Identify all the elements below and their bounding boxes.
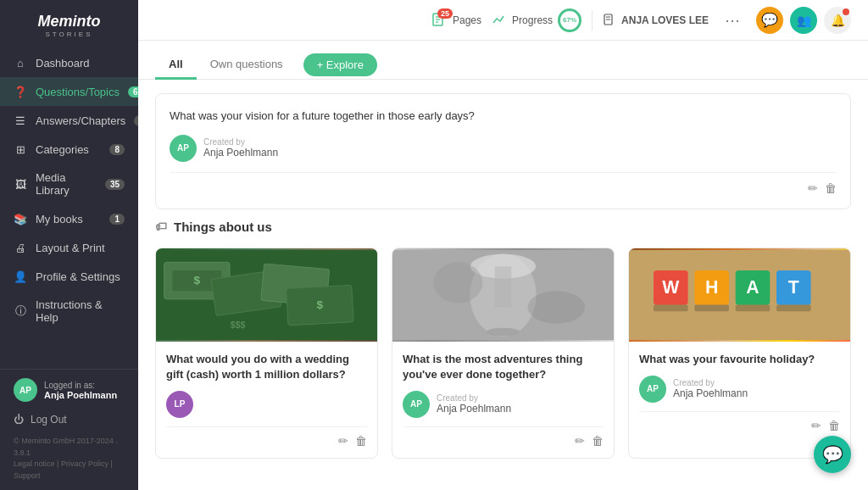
footer-copy: © Meminto GmbH 2017-2024 . 3.8.1 bbox=[14, 436, 125, 459]
tab-all[interactable]: All bbox=[155, 51, 197, 80]
answers-badge: 25/26 bbox=[134, 115, 138, 126]
image-icon: 🖼 bbox=[14, 177, 27, 191]
delete-button[interactable]: 🗑 bbox=[592, 434, 604, 448]
card-image bbox=[392, 248, 614, 342]
svg-rect-19 bbox=[495, 266, 511, 307]
partial-question-card: What was your vision for a future togeth… bbox=[155, 93, 851, 209]
chat-bubble-icon: 💬 bbox=[822, 444, 843, 465]
logo-text: Meminto bbox=[38, 14, 101, 29]
categories-badge: 8 bbox=[109, 144, 125, 155]
logo-sub: STORIES bbox=[38, 31, 101, 38]
creator-info: Created by Anja Poehlmann bbox=[673, 378, 748, 399]
sidebar-item-categories[interactable]: ⊞ Categories 8 bbox=[0, 135, 138, 164]
user-row: AP Logged in as: Anja Poehlmann bbox=[14, 378, 125, 402]
notification-button[interactable]: 🔔 bbox=[824, 7, 851, 34]
card-image: W H A T bbox=[629, 248, 850, 342]
book-title: ANJA LOVES LEE bbox=[621, 14, 709, 26]
edit-button[interactable]: ✏ bbox=[811, 419, 821, 432]
created-by-label: Created by bbox=[673, 378, 748, 387]
sidebar-item-profile[interactable]: 👤 Profile & Settings bbox=[0, 262, 138, 291]
books-badge: 1 bbox=[109, 214, 125, 225]
logout-label: Log Out bbox=[31, 414, 67, 426]
logout-button[interactable]: ⏻ Log Out bbox=[14, 410, 125, 429]
edit-button[interactable]: ✏ bbox=[575, 434, 585, 448]
card-creator: AP Created by Anja Poehlmann bbox=[403, 391, 604, 418]
delete-button[interactable]: 🗑 bbox=[828, 419, 840, 432]
sidebar-item-answers[interactable]: ☰ Answers/Chapters 25/26 bbox=[0, 106, 138, 135]
tabs-bar: All Own questions + Explore bbox=[138, 41, 868, 80]
sidebar-item-label: Profile & Settings bbox=[36, 270, 125, 283]
sidebar-item-dashboard[interactable]: ⌂ Dashboard bbox=[0, 48, 138, 77]
chat-icon-button[interactable]: 💬 bbox=[756, 7, 783, 34]
creator-name: Anja Poehlmann bbox=[673, 387, 748, 399]
help-icon: ⓘ bbox=[14, 304, 27, 318]
logged-in-label: Logged in as: bbox=[44, 381, 117, 390]
section-title: Things about us bbox=[174, 220, 272, 234]
list-icon: ☰ bbox=[14, 114, 27, 127]
more-button[interactable]: ⋯ bbox=[719, 7, 746, 34]
svg-point-21 bbox=[433, 262, 482, 303]
sidebar-item-label: Instructions & Help bbox=[36, 298, 125, 324]
sidebar-item-label: Categories bbox=[36, 143, 101, 156]
svg-text:$: $ bbox=[194, 274, 201, 287]
tab-own[interactable]: Own questions bbox=[197, 51, 297, 80]
sidebar-item-mybooks[interactable]: 📚 My books 1 bbox=[0, 204, 138, 233]
explore-button[interactable]: + Explore bbox=[303, 53, 377, 76]
cards-area: What was your vision for a future togeth… bbox=[138, 80, 868, 472]
section-header: 🏷 Things about us bbox=[155, 220, 851, 234]
book-icon: 📚 bbox=[14, 212, 27, 226]
sidebar-item-label: Questions/Topics bbox=[36, 86, 120, 98]
chat-fab-button[interactable]: 💬 bbox=[814, 436, 851, 473]
card-body: What is the most adventures thing you've… bbox=[392, 342, 614, 458]
sidebar-footer: AP Logged in as: Anja Poehlmann ⏻ Log Ou… bbox=[0, 369, 138, 490]
print-icon: 🖨 bbox=[14, 241, 27, 254]
ellipsis-icon: ⋯ bbox=[725, 11, 740, 30]
question-card: $ $ $$$ What would you do with a wedding… bbox=[155, 248, 378, 459]
created-by-label: Created by bbox=[437, 393, 511, 403]
svg-rect-35 bbox=[736, 304, 771, 311]
delete-button[interactable]: 🗑 bbox=[355, 434, 367, 448]
edit-button[interactable]: ✏ bbox=[338, 434, 348, 448]
header-actions: 💬 👥 🔔 bbox=[756, 7, 851, 34]
sidebar: Meminto STORIES ⌂ Dashboard ❓ Questions/… bbox=[0, 0, 138, 490]
card-creator: AP Created by Anja Poehlmann bbox=[639, 376, 840, 403]
user-info: Logged in as: Anja Poehlmann bbox=[44, 381, 117, 400]
card-body: What was your favourite holiday? AP Crea… bbox=[629, 342, 850, 443]
creator-info: Created by Anja Poehlmann bbox=[203, 137, 278, 159]
avatar: AP bbox=[403, 391, 430, 418]
sidebar-item-help[interactable]: ⓘ Instructions & Help bbox=[0, 291, 138, 331]
pages-icon: 25 bbox=[431, 12, 448, 29]
avatar: AP bbox=[170, 135, 197, 162]
users-button[interactable]: 👥 bbox=[790, 7, 817, 34]
svg-rect-34 bbox=[694, 304, 729, 311]
card-actions: ✏ 🗑 bbox=[166, 426, 367, 448]
pages-badge: 25 bbox=[437, 8, 453, 19]
main-area: 25 Pages Progress 67% ANJA LOVES LEE ⋯ 💬… bbox=[138, 0, 868, 490]
creator-info: Created by Anja Poehlmann bbox=[437, 393, 511, 415]
footer-links: © Meminto GmbH 2017-2024 . 3.8.1 Legal n… bbox=[14, 436, 125, 482]
house-icon: ⌂ bbox=[14, 56, 27, 70]
header-divider bbox=[592, 10, 593, 31]
card-actions: ✏ 🗑 bbox=[403, 426, 604, 448]
sidebar-item-layout[interactable]: 🖨 Layout & Print bbox=[0, 233, 138, 262]
pages-label: Pages bbox=[453, 14, 481, 26]
card-title: What would you do with a wedding gift (c… bbox=[166, 352, 367, 382]
svg-point-23 bbox=[430, 303, 454, 327]
question-icon: ❓ bbox=[14, 85, 27, 98]
card-creator: LP bbox=[166, 391, 367, 418]
delete-button[interactable]: 🗑 bbox=[825, 181, 837, 195]
sidebar-item-label: Media Library bbox=[36, 171, 97, 197]
avatar: AP bbox=[14, 378, 37, 402]
sidebar-item-label: Dashboard bbox=[36, 57, 125, 70]
card-title: What was your favourite holiday? bbox=[639, 352, 840, 367]
card-image: $ $ $$$ bbox=[156, 248, 377, 342]
svg-text:T: T bbox=[788, 277, 799, 298]
card-actions: ✏ 🗑 bbox=[170, 172, 837, 195]
power-icon: ⏻ bbox=[14, 414, 24, 426]
sidebar-item-questions[interactable]: ❓ Questions/Topics 6 bbox=[0, 77, 138, 106]
sidebar-item-media[interactable]: 🖼 Media Library 35 bbox=[0, 164, 138, 204]
edit-button[interactable]: ✏ bbox=[808, 181, 818, 195]
sidebar-nav: ⌂ Dashboard ❓ Questions/Topics 6 ☰ Answe… bbox=[0, 48, 138, 369]
creator-row: AP Created by Anja Poehlmann bbox=[170, 135, 837, 162]
progress-circle: 67% bbox=[558, 8, 581, 32]
